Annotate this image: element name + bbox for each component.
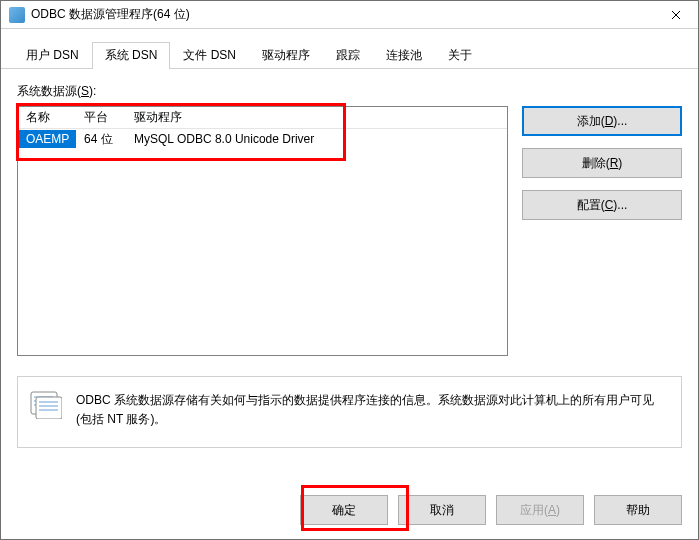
table-header: 名称 平台 驱动程序 xyxy=(18,107,507,129)
btn-text: 添加( xyxy=(577,114,605,128)
tab-file-dsn[interactable]: 文件 DSN xyxy=(170,42,249,69)
side-buttons: 添加(D)... 删除(R) 配置(C)... xyxy=(522,106,682,356)
col-driver[interactable]: 驱动程序 xyxy=(126,109,507,126)
dialog-window: ODBC 数据源管理程序(64 位) 用户 DSN 系统 DSN 文件 DSN … xyxy=(0,0,699,540)
bottom-buttons: 确定 取消 应用(A) 帮助 xyxy=(1,483,698,539)
table-row[interactable]: OAEMP 64 位 MySQL ODBC 8.0 Unicode Driver xyxy=(18,129,507,149)
tab-user-dsn[interactable]: 用户 DSN xyxy=(13,42,92,69)
configure-button[interactable]: 配置(C)... xyxy=(522,190,682,220)
info-icon xyxy=(30,391,62,419)
help-button[interactable]: 帮助 xyxy=(594,495,682,525)
app-icon xyxy=(9,7,25,23)
remove-button[interactable]: 删除(R) xyxy=(522,148,682,178)
btn-text: 配置( xyxy=(577,198,605,212)
main-row: 名称 平台 驱动程序 OAEMP 64 位 MySQL ODBC 8.0 Uni… xyxy=(17,106,682,356)
tab-about[interactable]: 关于 xyxy=(435,42,485,69)
tab-content: 系统数据源(S): 名称 平台 驱动程序 OAEMP 64 位 MySQL OD… xyxy=(1,69,698,483)
ok-button[interactable]: 确定 xyxy=(300,495,388,525)
tab-pool[interactable]: 连接池 xyxy=(373,42,435,69)
cell-driver: MySQL ODBC 8.0 Unicode Driver xyxy=(126,132,507,146)
btn-accel: A xyxy=(548,503,556,517)
info-panel: ODBC 系统数据源存储有关如何与指示的数据提供程序连接的信息。系统数据源对此计… xyxy=(17,376,682,448)
col-platform[interactable]: 平台 xyxy=(76,109,126,126)
btn-text: 删除( xyxy=(582,156,610,170)
cell-name: OAEMP xyxy=(18,130,76,148)
dsn-table[interactable]: 名称 平台 驱动程序 OAEMP 64 位 MySQL ODBC 8.0 Uni… xyxy=(17,106,508,356)
add-button[interactable]: 添加(D)... xyxy=(522,106,682,136)
label-accel: S xyxy=(81,84,89,98)
info-text: ODBC 系统数据源存储有关如何与指示的数据提供程序连接的信息。系统数据源对此计… xyxy=(76,391,669,429)
btn-text: )... xyxy=(613,198,627,212)
btn-text: )... xyxy=(613,114,627,128)
btn-text: ) xyxy=(556,503,560,517)
close-icon xyxy=(671,10,681,20)
svg-rect-4 xyxy=(36,397,62,419)
label-text: 系统数据源( xyxy=(17,84,81,98)
apply-button[interactable]: 应用(A) xyxy=(496,495,584,525)
close-button[interactable] xyxy=(653,1,698,28)
window-title: ODBC 数据源管理程序(64 位) xyxy=(31,6,653,23)
tab-drivers[interactable]: 驱动程序 xyxy=(249,42,323,69)
col-name[interactable]: 名称 xyxy=(18,109,76,126)
system-sources-label: 系统数据源(S): xyxy=(17,83,682,100)
label-text: ): xyxy=(89,84,96,98)
titlebar: ODBC 数据源管理程序(64 位) xyxy=(1,1,698,29)
btn-text: ) xyxy=(618,156,622,170)
tabstrip: 用户 DSN 系统 DSN 文件 DSN 驱动程序 跟踪 连接池 关于 xyxy=(1,29,698,69)
cancel-button[interactable]: 取消 xyxy=(398,495,486,525)
cell-platform: 64 位 xyxy=(76,131,126,148)
tab-trace[interactable]: 跟踪 xyxy=(323,42,373,69)
btn-text: 应用( xyxy=(520,503,548,517)
tab-system-dsn[interactable]: 系统 DSN xyxy=(92,42,171,69)
